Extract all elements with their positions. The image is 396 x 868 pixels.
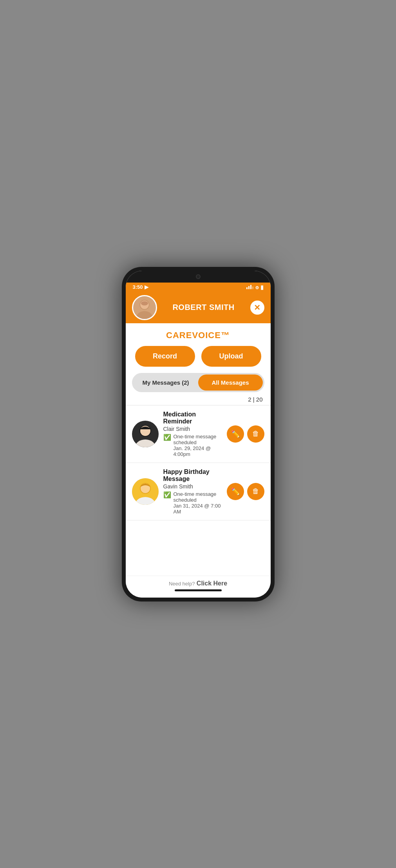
avatar — [132, 421, 159, 447]
notch-bar — [126, 271, 271, 283]
status-right: ⌾ ▮ — [246, 284, 264, 290]
time-display: 3:50 — [133, 284, 143, 290]
pencil-icon: ✏️ — [231, 430, 240, 438]
upload-button[interactable]: Upload — [201, 346, 261, 367]
user-name: ROBERT SMITH — [157, 303, 250, 312]
edit-button[interactable]: ✏️ — [227, 483, 244, 500]
edit-button[interactable]: ✏️ — [227, 425, 244, 443]
status-left: 3:50 ▶ — [133, 284, 148, 290]
message-content: Medication Reminder Clair Smith ✅ One-ti… — [163, 411, 222, 457]
delete-button[interactable]: 🗑 — [247, 425, 264, 443]
wifi-icon: ⌾ — [255, 284, 259, 290]
battery-icon: ▮ — [260, 284, 264, 290]
app-title: CAREVOICE™ — [126, 323, 271, 346]
header-bar: ROBERT SMITH ✕ — [126, 292, 271, 323]
check-icon: ✅ — [163, 434, 171, 441]
footer: Need help? Click Here — [126, 576, 271, 598]
tab-all-messages[interactable]: All Messages — [198, 375, 263, 391]
phone-frame: 3:50 ▶ ⌾ ▮ — [122, 267, 275, 601]
svg-point-4 — [141, 301, 148, 305]
navigation-icon: ▶ — [145, 284, 148, 290]
content-area: CAREVOICE™ Record Upload My Messages (2)… — [126, 323, 271, 598]
delete-button[interactable]: 🗑 — [247, 483, 264, 500]
check-icon: ✅ — [163, 491, 171, 499]
list-item: Happy Birthday Message Gavin Smith ✅ One… — [126, 463, 271, 520]
trash-icon: 🗑 — [252, 487, 259, 495]
spacer — [126, 520, 271, 576]
help-link[interactable]: Click Here — [197, 580, 227, 587]
tab-my-messages[interactable]: My Messages (2) — [134, 375, 198, 391]
list-item: Medication Reminder Clair Smith ✅ One-ti… — [126, 405, 271, 463]
message-schedule: ✅ One-time message scheduledJan 31, 2024… — [163, 491, 222, 515]
close-icon: ✕ — [254, 304, 260, 312]
pagination: 2 | 20 — [126, 394, 271, 405]
schedule-text: One-time message scheduledJan. 29, 2024 … — [174, 434, 222, 457]
message-actions: ✏️ 🗑 — [227, 483, 264, 500]
page-current: 2 — [248, 396, 251, 403]
action-buttons: Record Upload — [126, 346, 271, 367]
camera-dot — [196, 274, 201, 279]
message-content: Happy Birthday Message Gavin Smith ✅ One… — [163, 468, 222, 515]
signal-icon — [246, 285, 253, 289]
avatar — [132, 295, 157, 320]
schedule-text: One-time message scheduledJan 31, 2024 @… — [174, 491, 222, 515]
page-separator: | — [253, 396, 256, 403]
record-button[interactable]: Record — [135, 346, 195, 367]
home-indicator — [175, 589, 222, 591]
message-title: Happy Birthday Message — [163, 468, 222, 483]
page-total: 20 — [256, 396, 263, 403]
status-bar: 3:50 ▶ ⌾ ▮ — [126, 283, 271, 292]
help-text: Need help? — [169, 581, 195, 587]
phone-screen: 3:50 ▶ ⌾ ▮ — [126, 271, 271, 598]
message-sender: Clair Smith — [163, 426, 222, 432]
close-button[interactable]: ✕ — [250, 301, 264, 315]
message-list: Medication Reminder Clair Smith ✅ One-ti… — [126, 405, 271, 520]
message-title: Medication Reminder — [163, 411, 222, 425]
trash-icon: 🗑 — [252, 430, 259, 438]
pencil-icon: ✏️ — [231, 487, 240, 496]
message-schedule: ✅ One-time message scheduledJan. 29, 202… — [163, 434, 222, 457]
avatar — [132, 478, 159, 505]
message-sender: Gavin Smith — [163, 483, 222, 490]
tab-toggle: My Messages (2) All Messages — [132, 373, 264, 392]
message-actions: ✏️ 🗑 — [227, 425, 264, 443]
